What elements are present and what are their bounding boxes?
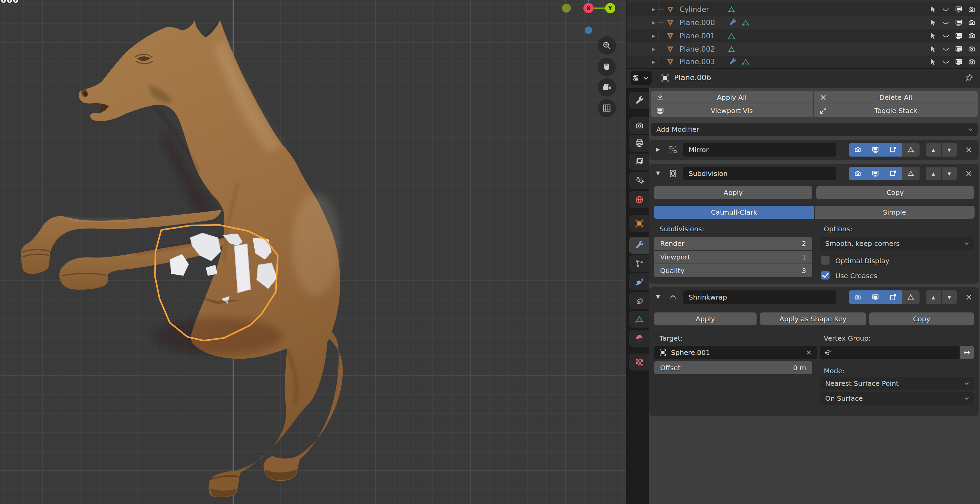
outliner[interactable]: ▶ Cylinder ▶ Plane.000 (627, 0, 980, 68)
modifier-name-field[interactable]: Subdivision (683, 167, 836, 180)
modifier-name-field[interactable]: Mirror (683, 143, 836, 157)
expand-arrow-icon[interactable]: ▼ (656, 294, 660, 300)
selectable-pointer-icon[interactable] (929, 58, 937, 66)
shrinkwrap-panel-header[interactable]: ▼ Shrinkwrap ▲ ▼ (649, 287, 978, 307)
orthographic-grid-button[interactable] (598, 99, 616, 117)
disable-viewport-icon[interactable] (955, 5, 963, 14)
selectable-pointer-icon[interactable] (929, 32, 937, 40)
outliner-row[interactable]: ▶ Cylinder (627, 3, 980, 16)
expand-arrow-icon[interactable]: ▼ (656, 170, 660, 176)
close-icon[interactable] (964, 145, 973, 154)
pan-hand-button[interactable] (598, 58, 616, 76)
modifier-name-field[interactable]: Shrinkwrap (683, 290, 836, 304)
realtime-toggle[interactable] (867, 290, 884, 304)
eye-closed-icon[interactable] (942, 58, 950, 66)
close-icon[interactable] (964, 169, 973, 178)
copy-button[interactable]: Copy (816, 186, 974, 199)
realtime-toggle[interactable] (867, 143, 884, 157)
snap-mode-dropdown[interactable]: On Surface (820, 392, 974, 405)
disable-render-icon[interactable] (967, 45, 976, 53)
editmode-toggle[interactable] (884, 143, 902, 157)
tab-physics[interactable] (629, 273, 649, 290)
delete-all-button[interactable]: Delete All (814, 91, 978, 103)
mirror-panel-header[interactable]: ▶ Mirror ▲ ▼ (649, 140, 978, 160)
move-up-button[interactable]: ▲ (926, 167, 941, 180)
3d-viewport[interactable]: 000 X Y (0, 0, 626, 504)
object-name[interactable]: Plane.002 (679, 45, 715, 53)
tab-object-data[interactable] (629, 311, 649, 328)
disable-viewport-icon[interactable] (955, 45, 963, 53)
selectable-pointer-icon[interactable] (929, 45, 937, 53)
optimal-display-checkbox[interactable] (821, 256, 830, 265)
cage-toggle[interactable] (902, 290, 920, 304)
add-modifier-dropdown[interactable]: Add Modifier (651, 123, 978, 136)
render-subdivisions-slider[interactable]: Render2 (654, 237, 812, 250)
move-down-button[interactable]: ▼ (942, 290, 957, 304)
render-toggle[interactable] (849, 143, 867, 157)
clear-target-icon[interactable] (805, 349, 812, 356)
expand-icon[interactable]: ▶ (652, 33, 655, 38)
outliner-row[interactable]: ▶ Plane.000 (627, 16, 980, 29)
catmull-clark-option[interactable]: Catmull-Clark (654, 206, 814, 219)
disable-render-icon[interactable] (967, 32, 976, 40)
tab-object[interactable] (629, 215, 649, 232)
breadcrumb[interactable]: Plane.006 (674, 73, 711, 82)
object-name[interactable]: Cylinder (679, 5, 709, 14)
move-down-button[interactable]: ▼ (942, 167, 957, 180)
disable-viewport-icon[interactable] (955, 32, 963, 40)
tab-modifiers[interactable] (629, 237, 649, 254)
object-name[interactable]: Plane.003 (679, 58, 715, 66)
object-name[interactable]: Plane.001 (679, 32, 715, 40)
invert-vertex-group-button[interactable] (959, 346, 974, 359)
outliner-row[interactable]: ▶ Plane.002 (627, 43, 980, 56)
tab-constraints[interactable] (629, 293, 649, 309)
render-toggle[interactable] (849, 290, 867, 304)
expand-icon[interactable]: ▶ (652, 59, 655, 65)
apply-button[interactable]: Apply (654, 186, 812, 199)
disable-viewport-icon[interactable] (955, 58, 963, 66)
editmode-toggle[interactable] (884, 290, 902, 304)
outliner-row[interactable]: ▶ Plane.001 (627, 29, 980, 43)
selectable-pointer-icon[interactable] (929, 5, 937, 14)
realtime-toggle[interactable] (867, 167, 884, 180)
disable-render-icon[interactable] (967, 18, 976, 27)
target-object-field[interactable]: Sphere.001 (654, 346, 817, 359)
eye-closed-icon[interactable] (942, 32, 950, 40)
move-up-button[interactable]: ▲ (926, 143, 941, 157)
tab-render[interactable] (629, 117, 649, 134)
uv-smooth-dropdown[interactable]: Smooth, keep corners (820, 237, 974, 250)
editmode-toggle[interactable] (884, 167, 902, 180)
render-toggle[interactable] (849, 167, 867, 180)
disable-viewport-icon[interactable] (955, 18, 963, 27)
wrap-method-dropdown[interactable]: Nearest Surface Point (820, 377, 974, 390)
tab-particles[interactable] (629, 255, 649, 272)
eye-closed-icon[interactable] (942, 18, 950, 27)
apply-as-shape-key-button[interactable]: Apply as Shape Key (760, 312, 866, 325)
cage-toggle[interactable] (902, 143, 920, 157)
eye-closed-icon[interactable] (942, 5, 950, 14)
selectable-pointer-icon[interactable] (929, 18, 937, 27)
apply-all-button[interactable]: Apply All (651, 91, 813, 103)
viewport-vis-button[interactable]: Viewport Vis (651, 104, 813, 117)
close-icon[interactable] (964, 293, 973, 302)
use-creases-checkbox[interactable] (821, 271, 830, 280)
tab-output[interactable] (629, 135, 649, 152)
disable-render-icon[interactable] (967, 58, 976, 66)
expand-arrow-icon[interactable]: ▶ (656, 146, 660, 153)
outliner-row[interactable]: ▶ Plane.003 (627, 56, 980, 68)
tab-material[interactable] (629, 330, 649, 347)
navigation-gizmo[interactable]: X Y (554, 0, 621, 39)
disable-render-icon[interactable] (967, 5, 976, 14)
zoom-button[interactable] (598, 37, 616, 55)
eye-closed-icon[interactable] (942, 45, 950, 53)
expand-icon[interactable]: ▶ (652, 46, 655, 52)
object-name[interactable]: Plane.000 (679, 19, 715, 27)
viewport-subdivisions-slider[interactable]: Viewport1 (654, 251, 812, 264)
tab-scene[interactable] (629, 172, 649, 189)
quality-slider[interactable]: Quality3 (654, 264, 812, 277)
move-up-button[interactable]: ▲ (926, 290, 941, 304)
horse-model[interactable] (0, 0, 626, 504)
expand-icon[interactable]: ▶ (652, 20, 655, 25)
tab-tool[interactable] (629, 92, 649, 109)
cage-toggle[interactable] (902, 167, 920, 180)
